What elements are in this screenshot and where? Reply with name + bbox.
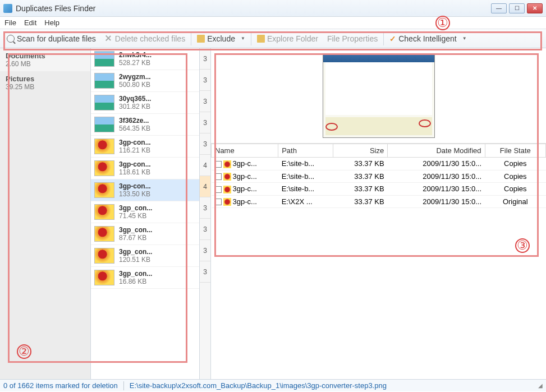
- file-name: 3gp_con...: [119, 204, 152, 212]
- menu-help[interactable]: Help: [44, 19, 59, 27]
- properties-label: File Properties: [327, 34, 378, 43]
- check-intelligent-button[interactable]: ✓ Check Intelligent ▼: [385, 32, 471, 45]
- folder-size: 39.25 MB: [6, 83, 85, 91]
- table-row[interactable]: 3gp-c...E:\X2X ...33.37 KB2009/11/30 15:…: [212, 195, 546, 208]
- col-path[interactable]: Path: [278, 144, 333, 158]
- delete-icon: [105, 35, 113, 43]
- file-list[interactable]: 2nwk3r4...528.27 KB2wygzm...500.80 KB30y…: [91, 48, 200, 379]
- table-row[interactable]: 3gp-c...E:\site-b...33.37 KB2009/11/30 1…: [212, 158, 546, 170]
- col-name[interactable]: Name: [212, 144, 278, 158]
- col-date[interactable]: Date Modified: [388, 144, 485, 158]
- separator: [123, 381, 124, 390]
- row-checkbox[interactable]: [215, 173, 222, 180]
- row-checkbox[interactable]: [215, 199, 222, 205]
- thumbnail: [94, 51, 114, 67]
- cell-path: E:\site-b...: [278, 183, 333, 196]
- duplicate-count: 3: [200, 197, 210, 219]
- menubar: File Edit Help: [0, 17, 546, 29]
- file-name: 30yq365...: [119, 95, 151, 103]
- file-properties-button[interactable]: File Properties: [323, 32, 382, 45]
- explore-folder-button[interactable]: Explore Folder: [253, 32, 323, 45]
- file-size: 301.82 KB: [119, 103, 151, 110]
- table-row[interactable]: 3gp-c...E:\site-b...33.37 KB2009/11/30 1…: [212, 183, 546, 196]
- sidebar-item-pictures[interactable]: Pictures 39.25 MB: [0, 71, 90, 94]
- app-icon: [3, 4, 12, 13]
- row-checkbox[interactable]: [215, 161, 222, 168]
- folder-size: 2.60 MB: [6, 60, 85, 68]
- file-icon: [223, 198, 231, 206]
- preview-area: [211, 48, 546, 144]
- status-marked: 0 of 1662 items marked for deletion: [3, 381, 118, 390]
- cell-path: E:\X2X ...: [278, 195, 333, 208]
- separator: [191, 32, 191, 45]
- table-header-row: Name Path Size Date Modified File State: [212, 144, 546, 158]
- file-row[interactable]: 2nwk3r4...528.27 KB: [91, 48, 199, 70]
- delete-checked-button[interactable]: Delete checked files: [100, 32, 190, 45]
- table-row[interactable]: 3gp-c...E:\site-b...33.37 KB2009/11/30 1…: [212, 170, 546, 183]
- cell-date: 2009/11/30 15:0...: [388, 183, 485, 196]
- sidebar: Documents 2.60 MB Pictures 39.25 MB: [0, 48, 91, 379]
- folder-name: Documents: [6, 52, 85, 60]
- file-size: 528.27 KB: [119, 59, 152, 67]
- file-row[interactable]: 3gp_con...120.51 KB: [91, 245, 199, 267]
- minimize-button[interactable]: —: [491, 3, 507, 13]
- file-row[interactable]: 3gp-con...118.61 KB: [91, 158, 199, 179]
- col-state[interactable]: File State: [485, 144, 545, 158]
- status-path: E:\site-backup\x2xsoft.com_Backup\Backup…: [130, 381, 387, 390]
- toolbar: Scan for duplicate files Delete checked …: [0, 29, 546, 48]
- row-checkbox[interactable]: [215, 186, 222, 193]
- thumbnail: [94, 160, 114, 176]
- thumbnail: [94, 270, 114, 285]
- folder-icon: [257, 35, 265, 43]
- file-name: 2nwk3r4...: [119, 51, 152, 59]
- maximize-button[interactable]: ☐: [509, 3, 525, 13]
- sidebar-item-documents[interactable]: Documents 2.60 MB: [0, 48, 90, 71]
- menu-edit[interactable]: Edit: [24, 19, 36, 27]
- thumbnail: [94, 117, 114, 132]
- cell-size: 33.37 KB: [333, 195, 388, 208]
- thumbnail: [94, 139, 114, 154]
- close-button[interactable]: ✕: [527, 3, 543, 13]
- file-name: 3gp_con...: [119, 226, 152, 234]
- file-row[interactable]: 3gp_con...71.45 KB: [91, 201, 199, 223]
- file-row[interactable]: 3gp_con...16.86 KB: [91, 267, 199, 289]
- file-size: 500.80 KB: [119, 81, 151, 89]
- file-size: 71.45 KB: [119, 212, 152, 220]
- exclude-button[interactable]: Exclude ▼: [192, 32, 250, 45]
- file-name: 3f362ze...: [119, 117, 150, 124]
- cell-state: Copies: [485, 170, 545, 183]
- cell-size: 33.37 KB: [333, 158, 388, 170]
- thumbnail: [94, 182, 114, 198]
- cell-state: Copies: [485, 158, 545, 170]
- preview-image: [323, 54, 435, 138]
- thumbnail: [94, 248, 114, 264]
- file-size: 118.61 KB: [119, 168, 151, 176]
- file-row[interactable]: 3gp_con...87.67 KB: [91, 223, 199, 245]
- file-size: 16.86 KB: [119, 278, 152, 285]
- check-icon: ✓: [389, 34, 396, 43]
- window-title: Duplicates Files Finder: [16, 4, 491, 13]
- duplicate-count: 3: [200, 70, 210, 91]
- duplicate-count: 3: [200, 112, 210, 133]
- file-size: 116.21 KB: [119, 146, 151, 154]
- folder-name: Pictures: [6, 75, 85, 83]
- thumbnail: [94, 73, 114, 89]
- separator: [251, 32, 251, 45]
- file-row[interactable]: 3f362ze...564.35 KB: [91, 114, 199, 136]
- file-icon: [223, 173, 231, 181]
- file-row[interactable]: 3gp-con...116.21 KB: [91, 136, 199, 158]
- separator: [383, 32, 384, 45]
- file-icon: [223, 186, 231, 193]
- file-row[interactable]: 3gp-con...133.50 KB: [91, 179, 199, 201]
- file-name: 3gp-con...: [119, 139, 151, 146]
- duplicate-count: 3: [200, 240, 210, 261]
- file-row[interactable]: 30yq365...301.82 KB: [91, 92, 199, 114]
- scan-button[interactable]: Scan for duplicate files: [2, 32, 100, 45]
- statusbar: 0 of 1662 items marked for deletion E:\s…: [0, 379, 546, 391]
- file-row[interactable]: 2wygzm...500.80 KB: [91, 70, 199, 92]
- resize-grip[interactable]: ◢: [538, 382, 543, 389]
- menu-file[interactable]: File: [4, 19, 16, 27]
- cell-state: Original: [485, 195, 545, 208]
- duplicate-count: 3: [200, 261, 210, 283]
- col-size[interactable]: Size: [333, 144, 388, 158]
